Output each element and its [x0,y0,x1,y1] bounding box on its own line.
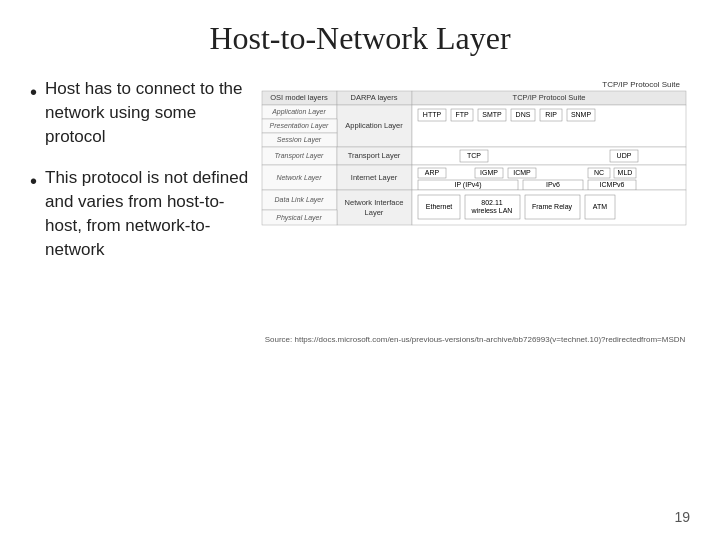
source-citation: Source: https://docs.microsoft.com/en-us… [265,335,686,344]
svg-text:HTTP: HTTP [423,111,442,118]
diagram-container: TCP/IP Protocol Suite OSI model layers D… [260,77,690,344]
slide: Host-to-Network Layer Host has to connec… [0,0,720,540]
slide-title: Host-to-Network Layer [30,20,690,57]
svg-text:DNS: DNS [516,111,531,118]
content-area: Host has to connect to the network using… [30,77,690,344]
bullet-text-1: Host has to connect to the network using… [45,77,250,148]
svg-text:SMTP: SMTP [482,111,502,118]
svg-text:Frame Relay: Frame Relay [532,203,573,211]
svg-text:MLD: MLD [618,169,633,176]
svg-text:UDP: UDP [617,152,632,159]
svg-text:Physical Layer: Physical Layer [276,214,322,222]
svg-text:Network Layer: Network Layer [276,174,322,182]
svg-text:SNMP: SNMP [571,111,592,118]
svg-text:802.11: 802.11 [481,199,503,206]
svg-text:Transport Layer: Transport Layer [348,151,401,160]
svg-text:ICMPv6: ICMPv6 [600,181,625,188]
diagram-title: TCP/IP Protocol Suite [602,80,680,89]
svg-text:FTP: FTP [455,111,469,118]
bullet-item-1: Host has to connect to the network using… [30,77,250,148]
svg-text:Presentation Layer: Presentation Layer [270,122,329,130]
svg-text:Transport Layer: Transport Layer [275,152,325,160]
svg-text:Application Layer: Application Layer [271,108,326,116]
svg-text:NC: NC [594,169,604,176]
svg-rect-28 [412,147,686,165]
svg-text:Layer: Layer [365,208,384,217]
osi-header: OSI model layers [270,93,328,102]
svg-text:Network Interface: Network Interface [345,198,404,207]
suite-header: TCP/IP Protocol Suite [513,93,586,102]
svg-text:ICMP: ICMP [513,169,531,176]
svg-text:RIP: RIP [545,111,557,118]
network-diagram: TCP/IP Protocol Suite OSI model layers D… [260,77,690,327]
svg-text:Data Link Layer: Data Link Layer [274,196,324,204]
svg-text:Internet Layer: Internet Layer [351,173,398,182]
bullet-points: Host has to connect to the network using… [30,77,250,280]
darpa-header: DARPA layers [351,93,398,102]
svg-text:ATM: ATM [593,203,607,210]
svg-text:Ethernet: Ethernet [426,203,453,210]
bullet-item-2: This protocol is not defined and varies … [30,166,250,261]
svg-text:IGMP: IGMP [480,169,498,176]
svg-text:IPv6: IPv6 [546,181,560,188]
svg-text:wireless LAN: wireless LAN [471,207,513,214]
page-number: 19 [674,509,690,525]
svg-text:ARP: ARP [425,169,440,176]
svg-text:Session Layer: Session Layer [277,136,322,144]
svg-text:IP (IPv4): IP (IPv4) [454,181,481,189]
bullet-text-2: This protocol is not defined and varies … [45,166,250,261]
svg-text:TCP: TCP [467,152,481,159]
svg-text:Application Layer: Application Layer [345,121,403,130]
